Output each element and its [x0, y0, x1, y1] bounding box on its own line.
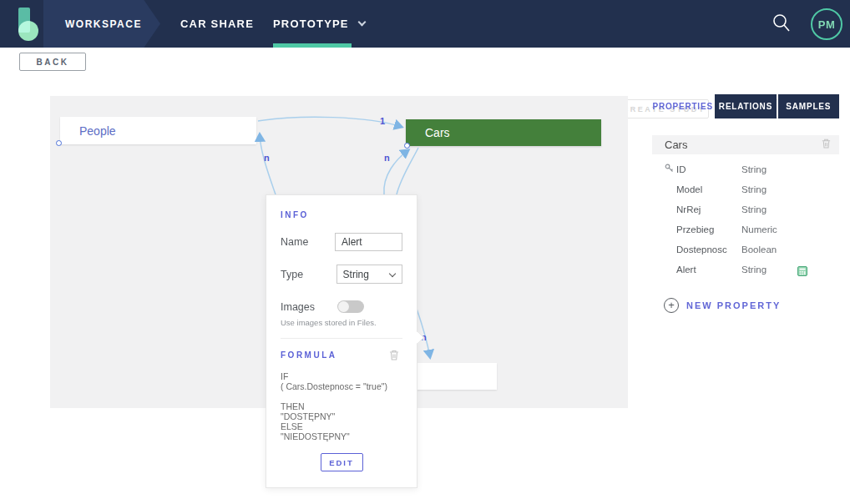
property-list: ID String Model String NrRej String Prze… — [652, 159, 839, 280]
project-label: CAR SHARE — [180, 18, 254, 30]
name-field-label: Name — [281, 236, 335, 248]
type-select-value: String — [343, 269, 369, 280]
property-name: Dostepnosc — [676, 244, 741, 255]
property-name: Model — [676, 184, 741, 194]
formula-line: ( Cars.Dostepnosc = "true") — [281, 381, 402, 391]
relation-label-1[interactable]: 1 — [380, 116, 385, 126]
property-type: String — [741, 265, 767, 275]
type-field-label: Type — [281, 269, 336, 280]
right-sidebar: PROPERTIES RELATIONS SAMPLES Cars — [652, 94, 839, 313]
images-field-label: Images — [281, 301, 337, 313]
property-row-przebieg[interactable]: Przebieg Numeric — [652, 219, 839, 239]
app-window: WORKSPACE CAR SHARE PROTOTYPE PM BACK + … — [0, 0, 850, 504]
images-hint: Use images stored in Files. — [281, 318, 402, 327]
property-name: Alert — [676, 265, 741, 275]
port-cars[interactable] — [404, 143, 410, 149]
property-name: NrRej — [676, 204, 741, 214]
property-type: Boolean — [741, 244, 777, 255]
chevron-down-icon — [389, 270, 396, 277]
new-property-label: NEW PROPERTY — [686, 300, 781, 310]
property-row-dostepnosc[interactable]: Dostepnosc Boolean — [652, 239, 839, 260]
user-avatar[interactable]: PM — [811, 8, 842, 40]
relation-label-n-people[interactable]: n — [264, 153, 270, 163]
property-row-id[interactable]: ID String — [652, 159, 839, 179]
entity-people-label: People — [79, 124, 116, 138]
new-property-button[interactable]: + NEW PROPERTY — [652, 298, 839, 313]
property-row-model[interactable]: Model String — [652, 179, 839, 199]
entity-cars-label: Cars — [425, 126, 450, 139]
property-editor-popup: INFO Name Type String Images Use images … — [266, 194, 417, 488]
formula-line: "DOSTĘPNY" — [281, 411, 402, 421]
breadcrumb-section-prototype[interactable]: PROTOTYPE — [273, 0, 365, 48]
workspace-label: WORKSPACE — [43, 18, 142, 30]
entity-people[interactable]: People — [60, 117, 256, 144]
property-row-nrrej[interactable]: NrRej String — [652, 199, 839, 219]
formula-line: ELSE — [281, 421, 402, 431]
breadcrumb-project[interactable]: CAR SHARE — [180, 0, 254, 48]
port-people[interactable] — [56, 140, 62, 146]
plus-icon: + — [664, 298, 679, 313]
tab-relations[interactable]: RELATIONS — [715, 94, 776, 118]
info-section-title: INFO — [281, 210, 402, 219]
property-type: String — [741, 164, 767, 174]
toggle-knob — [338, 301, 349, 312]
primary-key-icon — [665, 162, 675, 177]
logo-circle — [18, 21, 38, 41]
formula-text: IF ( Cars.Dostepnosc = "true") THEN "DOS… — [281, 371, 402, 441]
brand-logo-icon[interactable] — [13, 8, 48, 41]
delete-entity-trash-icon[interactable] — [821, 138, 832, 153]
relation-label-n-cars[interactable]: n — [384, 153, 390, 163]
search-icon[interactable] — [771, 13, 792, 34]
images-toggle[interactable] — [337, 300, 364, 313]
property-type: String — [741, 184, 767, 194]
info-section: INFO Name Type String Images Use images … — [266, 195, 417, 339]
sidebar-tabs: PROPERTIES RELATIONS SAMPLES — [652, 94, 839, 118]
delete-formula-trash-icon[interactable] — [388, 349, 400, 365]
chevron-down-icon — [357, 18, 366, 27]
formula-line: IF — [281, 371, 402, 381]
formula-calculator-icon[interactable] — [797, 265, 807, 280]
formula-line: "NIEDOSTĘPNY" — [281, 431, 402, 441]
property-type: String — [741, 204, 767, 214]
formula-section-title: FORMULA — [281, 350, 402, 360]
tab-properties[interactable]: PROPERTIES — [652, 94, 713, 118]
toolbar: BACK + 100% CREATE STUDY SHARE — [0, 48, 850, 92]
section-label: PROTOTYPE — [273, 18, 349, 30]
edit-formula-button[interactable]: EDIT — [321, 453, 363, 471]
formula-section: FORMULA IF ( Cars.Dostepnosc = "true") T… — [266, 339, 417, 471]
entity-cars[interactable]: Cars — [406, 119, 601, 146]
avatar-initials: PM — [818, 18, 836, 31]
selected-entity-header: Cars — [652, 135, 839, 154]
property-name: Przebieg — [676, 224, 741, 234]
selected-entity-name: Cars — [665, 139, 687, 151]
property-row-alert[interactable]: Alert String — [652, 260, 839, 280]
top-nav: WORKSPACE CAR SHARE PROTOTYPE PM — [0, 0, 850, 48]
breadcrumb-workspace[interactable]: WORKSPACE — [43, 0, 160, 48]
back-button[interactable]: BACK — [19, 53, 86, 71]
property-type: Numeric — [741, 224, 777, 234]
property-name: ID — [676, 164, 741, 174]
formula-line: THEN — [281, 401, 402, 411]
tab-samples[interactable]: SAMPLES — [778, 94, 839, 118]
type-select[interactable]: String — [336, 265, 402, 284]
name-input[interactable] — [335, 233, 402, 251]
